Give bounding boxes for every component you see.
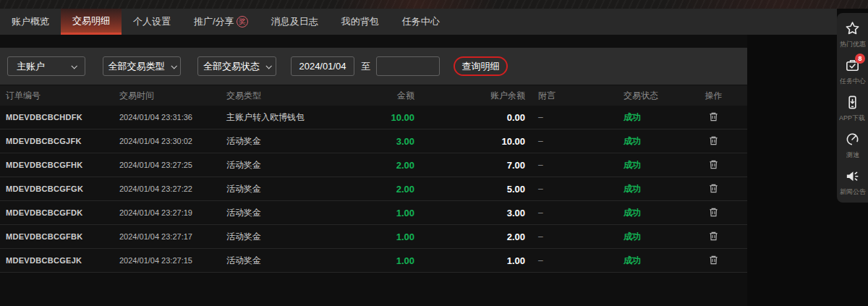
tab-account-overview[interactable]: 账户概览 <box>0 9 61 35</box>
delete-button[interactable] <box>707 158 720 171</box>
transaction-type-select[interactable]: 全部交易类型 <box>103 56 181 76</box>
sidebar-item-label: APP下载 <box>839 114 865 123</box>
time-cell: 2024/01/04 23:27:22 <box>114 184 221 193</box>
time-cell: 2024/01/04 23:31:36 <box>114 113 221 122</box>
filter-bar: 主账户 全部交易类型 全部交易状态 2024/01/04 至 查询明细 <box>0 48 747 85</box>
tab-task-center[interactable]: 任务中心 <box>391 9 451 35</box>
order-no-cell: MDEVDBCBCGFGK <box>0 184 114 193</box>
delete-button[interactable] <box>707 134 720 148</box>
delete-button[interactable] <box>707 229 720 243</box>
time-cell: 2024/01/04 23:27:15 <box>114 256 221 265</box>
balance-cell: 7.00 <box>414 160 525 171</box>
tab-label: 个人设置 <box>133 16 171 27</box>
balance-cell: 1.00 <box>414 255 525 266</box>
chevron-down-icon <box>71 63 77 69</box>
tab-personal-settings[interactable]: 个人设置 <box>122 9 182 35</box>
order-no-cell: MDEVDBCBCGFBK <box>0 232 114 241</box>
col-header-order-no: 订单编号 <box>0 90 114 102</box>
sidebar-item-label: 测速 <box>846 150 859 160</box>
tab-label: 账户概览 <box>12 16 49 27</box>
order-no-cell: MDEVDBCBCGFDK <box>0 208 114 217</box>
type-cell: 活动奖金 <box>221 159 326 171</box>
type-cell: 活动奖金 <box>221 207 326 219</box>
date-from-input[interactable]: 2024/01/04 <box>291 56 354 76</box>
tab-label: 推广/分享 <box>194 16 234 27</box>
balance-cell: 0.00 <box>414 112 525 123</box>
amount-cell: 1.00 <box>326 208 414 218</box>
memo-cell: – <box>525 231 615 242</box>
amount-cell: 10.00 <box>326 112 414 123</box>
delete-button[interactable] <box>707 205 720 219</box>
tab-promotion-share[interactable]: 推广/分享奖 <box>182 9 260 35</box>
time-cell: 2024/01/04 23:27:17 <box>114 232 221 241</box>
memo-cell: – <box>525 136 615 146</box>
account-select[interactable]: 主账户 <box>7 56 85 76</box>
app-download-icon <box>844 94 861 111</box>
quick-access-sidebar: 热门优惠 8 任务中心 APP下载 测速 <box>837 13 868 203</box>
sidebar-item-speed-test[interactable]: 测速 <box>837 131 868 160</box>
amount-cell: 2.00 <box>326 160 414 171</box>
chevron-down-icon <box>265 63 271 69</box>
memo-cell: – <box>525 184 615 194</box>
order-no-cell: MDEVDBCBCGJFK <box>0 137 114 145</box>
trash-icon <box>708 183 719 194</box>
transaction-status-value: 全部交易状态 <box>203 60 260 73</box>
col-header-amount: 金额 <box>326 90 414 102</box>
amount-cell: 1.00 <box>326 255 414 266</box>
sidebar-item-task-center[interactable]: 8 任务中心 <box>837 57 868 86</box>
type-cell: 活动奖金 <box>221 183 326 195</box>
trash-icon <box>708 135 719 146</box>
memo-cell: – <box>525 208 615 218</box>
speed-test-icon <box>844 131 861 148</box>
table-row: MDEVDBCBCGFGK 2024/01/04 23:27:22 活动奖金 2… <box>0 177 747 201</box>
reward-badge-icon: 奖 <box>237 16 248 27</box>
transaction-type-value: 全部交易类型 <box>109 60 165 73</box>
tab-transaction-details[interactable]: 交易明细 <box>61 9 122 35</box>
delete-button[interactable] <box>707 253 720 267</box>
sidebar-item-news[interactable]: 新闻公告 <box>837 168 868 197</box>
delete-button[interactable] <box>707 110 720 124</box>
col-header-type: 交易类型 <box>221 90 326 102</box>
trash-icon <box>708 207 719 218</box>
date-to-input[interactable] <box>376 56 440 76</box>
date-range-to-label: 至 <box>361 60 370 73</box>
type-cell: 活动奖金 <box>221 135 326 148</box>
query-details-button[interactable]: 查询明细 <box>454 56 508 76</box>
table-row: MDEVDBCBCHDFK 2024/01/04 23:31:36 主账户转入欧… <box>0 106 747 129</box>
chevron-down-icon <box>171 63 176 69</box>
status-cell: 成功 <box>615 135 680 148</box>
transaction-status-select[interactable]: 全部交易状态 <box>197 56 276 76</box>
sidebar-item-hot-offers[interactable]: 热门优惠 <box>837 20 868 49</box>
account-select-value: 主账户 <box>17 60 45 73</box>
trash-icon <box>708 111 719 122</box>
table-row: MDEVDBCBCGFBK 2024/01/04 23:27:17 活动奖金 1… <box>0 225 747 249</box>
memo-cell: – <box>525 255 615 265</box>
status-cell: 成功 <box>615 207 680 219</box>
notification-badge: 8 <box>855 54 865 64</box>
balance-cell: 2.00 <box>414 231 525 242</box>
trash-icon <box>708 231 719 242</box>
transaction-details-panel: 主账户 全部交易类型 全部交易状态 2024/01/04 至 查询明细 订单编号… <box>0 35 747 306</box>
status-cell: 成功 <box>615 183 680 195</box>
time-cell: 2024/01/04 23:27:19 <box>114 208 221 217</box>
page-background-texture <box>0 0 868 9</box>
sidebar-item-label: 任务中心 <box>840 77 866 86</box>
sidebar-item-app-download[interactable]: APP下载 <box>837 94 868 123</box>
tab-messages-logs[interactable]: 消息及日志 <box>260 9 330 35</box>
tab-label: 交易明细 <box>72 15 110 26</box>
status-cell: 成功 <box>615 231 680 243</box>
status-cell: 成功 <box>615 255 680 267</box>
tab-label: 消息及日志 <box>271 16 318 27</box>
col-header-memo: 附言 <box>525 90 615 102</box>
tab-label: 我的背包 <box>341 16 379 27</box>
tab-label: 任务中心 <box>402 16 440 27</box>
balance-cell: 10.00 <box>414 136 525 147</box>
tab-my-backpack[interactable]: 我的背包 <box>330 9 391 35</box>
sidebar-item-label: 新闻公告 <box>840 187 866 197</box>
date-from-value: 2024/01/04 <box>299 61 346 72</box>
sidebar-item-label: 热门优惠 <box>840 40 866 49</box>
delete-button[interactable] <box>707 182 720 195</box>
table-header-row: 订单编号 交易时间 交易类型 金额 账户余额 附言 交易状态 操作 <box>0 85 747 106</box>
order-no-cell: MDEVDBCBCGEJK <box>0 256 114 265</box>
type-cell: 活动奖金 <box>221 255 326 267</box>
